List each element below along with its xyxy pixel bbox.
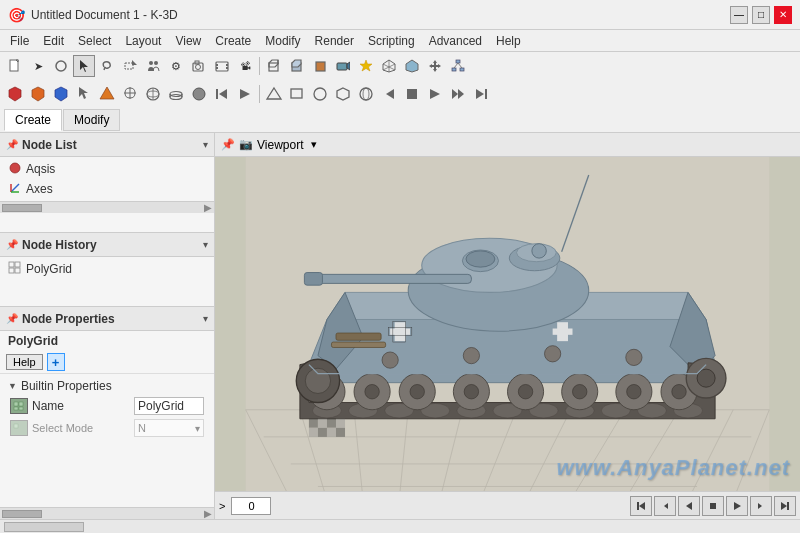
tool-arrow-sel[interactable]: [73, 83, 95, 105]
tool-camera1[interactable]: [188, 55, 210, 77]
tool-cursor[interactable]: [73, 55, 95, 77]
tool-disc[interactable]: [165, 83, 187, 105]
node-history-dropdown-icon[interactable]: ▾: [203, 239, 208, 250]
svg-marker-24: [347, 62, 350, 70]
menu-advanced[interactable]: Advanced: [423, 32, 488, 50]
tree-item-axes[interactable]: Axes: [0, 179, 214, 199]
tool-circ2[interactable]: [309, 83, 331, 105]
help-button[interactable]: Help: [6, 354, 43, 370]
node-history-content: PolyGrid: [0, 257, 214, 281]
tool-new[interactable]: [4, 55, 26, 77]
tool-lasso[interactable]: [96, 55, 118, 77]
menu-modify[interactable]: Modify: [259, 32, 306, 50]
tool-cube-red[interactable]: [4, 83, 26, 105]
timeline-to-end-btn[interactable]: [774, 496, 796, 516]
close-button[interactable]: ✕: [774, 6, 792, 24]
node-history-header[interactable]: 📌 Node History ▾: [0, 233, 214, 257]
tool-box2[interactable]: [286, 55, 308, 77]
svg-point-138: [672, 384, 686, 398]
timeline-to-start-btn[interactable]: [630, 496, 652, 516]
minimize-button[interactable]: —: [730, 6, 748, 24]
tool-square[interactable]: [286, 83, 308, 105]
node-list-scrollbar-h[interactable]: ▶: [0, 201, 214, 213]
tool-camera2[interactable]: [332, 55, 354, 77]
scroll-thumb-h3[interactable]: [2, 510, 42, 518]
timeline-frame-input[interactable]: 0: [231, 497, 271, 515]
tool-people[interactable]: [142, 55, 164, 77]
menu-layout[interactable]: Layout: [119, 32, 167, 50]
svg-marker-30: [406, 60, 418, 72]
tool-move[interactable]: [424, 55, 446, 77]
tool-box[interactable]: [263, 55, 285, 77]
tool-play[interactable]: [234, 83, 256, 105]
tool-end[interactable]: [470, 83, 492, 105]
menu-file[interactable]: File: [4, 32, 35, 50]
tab-modify[interactable]: Modify: [63, 109, 120, 131]
svg-marker-164: [781, 502, 787, 510]
svg-marker-62: [430, 89, 440, 99]
timeline-play-btn[interactable]: [726, 496, 748, 516]
tool-prev[interactable]: [211, 83, 233, 105]
node-properties-dropdown-icon[interactable]: ▾: [203, 313, 208, 324]
tool-sphere[interactable]: [142, 83, 164, 105]
timeline-stop-btn[interactable]: [702, 496, 724, 516]
menu-help[interactable]: Help: [490, 32, 527, 50]
menu-view[interactable]: View: [169, 32, 207, 50]
timeline-next-key-btn[interactable]: [750, 496, 772, 516]
tool-back[interactable]: [378, 83, 400, 105]
tool-film2[interactable]: 📽: [234, 55, 256, 77]
tool-tri-orange[interactable]: [96, 83, 118, 105]
node-properties-header[interactable]: 📌 Node Properties ▾: [0, 307, 214, 331]
node-props-scrollbar-h[interactable]: ▶: [0, 507, 214, 519]
tool-film[interactable]: [211, 55, 233, 77]
add-property-button[interactable]: +: [47, 353, 65, 371]
tool-tri2[interactable]: [263, 83, 285, 105]
svg-rect-153: [309, 428, 318, 437]
prop-name-value[interactable]: [134, 397, 204, 415]
scroll-thumb-h1[interactable]: [2, 204, 42, 212]
timeline-back-btn[interactable]: [678, 496, 700, 516]
polygrid-label: PolyGrid: [26, 262, 72, 276]
tool-play2[interactable]: [424, 83, 446, 105]
tool-box3[interactable]: [309, 55, 331, 77]
tool-arrow[interactable]: ➤: [27, 55, 49, 77]
svg-rect-13: [216, 64, 218, 66]
tool-gear1[interactable]: ⚙: [165, 55, 187, 77]
menu-render[interactable]: Render: [309, 32, 360, 50]
timeline-prev-key-btn[interactable]: [654, 496, 676, 516]
tool-light[interactable]: [355, 55, 377, 77]
tree-item-polygrid[interactable]: PolyGrid: [0, 259, 214, 279]
menu-edit[interactable]: Edit: [37, 32, 70, 50]
svg-marker-157: [639, 502, 645, 510]
tool-select-box[interactable]: [119, 55, 141, 77]
svg-marker-160: [686, 502, 692, 510]
builtin-label: Builtin Properties: [21, 379, 112, 393]
tree-item-aqsis[interactable]: Aqsis: [0, 159, 214, 179]
tab-create[interactable]: Create: [4, 109, 62, 131]
tool-circle[interactable]: [50, 55, 72, 77]
tool-cube-orange[interactable]: [27, 83, 49, 105]
node-list-dropdown-icon[interactable]: ▾: [203, 139, 208, 150]
prop-select-dropdown[interactable]: N▾: [134, 419, 204, 437]
node-history-title: Node History: [22, 238, 199, 252]
maximize-button[interactable]: □: [752, 6, 770, 24]
tool-scene-graph[interactable]: [447, 55, 469, 77]
tool-ffwd[interactable]: [447, 83, 469, 105]
viewport-dropdown-icon[interactable]: ▾: [311, 138, 317, 151]
status-scrollbar[interactable]: [4, 522, 84, 532]
tool-sphere2[interactable]: [355, 83, 377, 105]
tool-stop[interactable]: [401, 83, 423, 105]
tool-mesh2[interactable]: [401, 55, 423, 77]
tool-sphere-solid[interactable]: [188, 83, 210, 105]
tool-hex[interactable]: [332, 83, 354, 105]
title-bar-controls[interactable]: — □ ✕: [730, 6, 792, 24]
tool-mesh[interactable]: [378, 55, 400, 77]
builtin-header[interactable]: ▼ Builtin Properties: [8, 377, 206, 395]
menu-select[interactable]: Select: [72, 32, 117, 50]
node-list-header[interactable]: 📌 Node List ▾: [0, 133, 214, 157]
tool-arrow2[interactable]: [119, 83, 141, 105]
menu-create[interactable]: Create: [209, 32, 257, 50]
menu-scripting[interactable]: Scripting: [362, 32, 421, 50]
svg-marker-36: [9, 87, 21, 101]
tool-cube-blue[interactable]: [50, 83, 72, 105]
